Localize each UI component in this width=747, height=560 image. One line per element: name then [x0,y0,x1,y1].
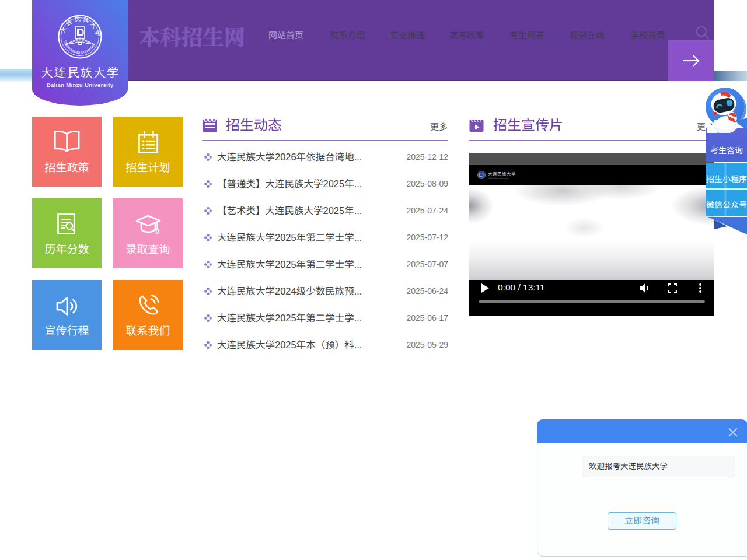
svg-text:大 连 民 族 大 学: 大 连 民 族 大 学 [58,15,103,37]
